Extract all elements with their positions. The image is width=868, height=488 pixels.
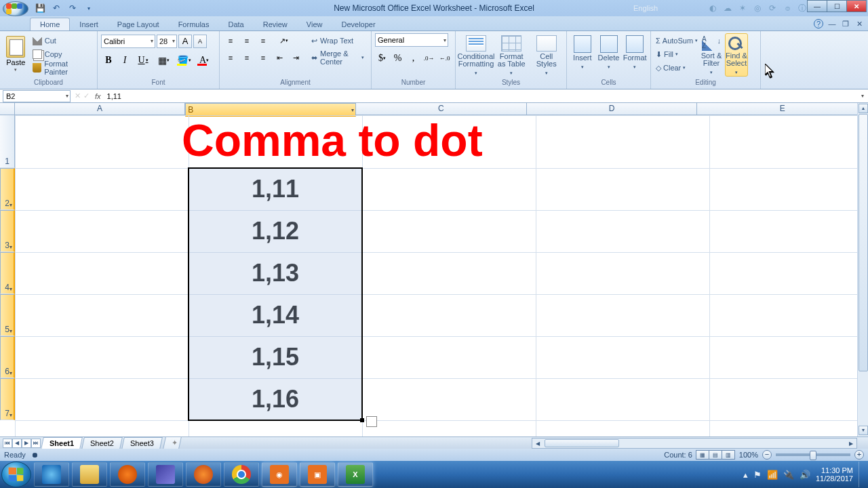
taskbar-firefox[interactable] [186, 462, 221, 487]
maximize-button[interactable]: ☐ [827, 0, 847, 12]
align-bottom-button[interactable]: ≡ [256, 33, 271, 48]
row-header[interactable]: 3 [0, 210, 15, 252]
macro-record-icon[interactable]: ⏺ [31, 451, 39, 459]
paste-button[interactable]: Paste ▾ [3, 33, 28, 77]
start-button[interactable] [1, 462, 31, 487]
decrease-decimal-button[interactable]: ←.0 [437, 51, 452, 66]
orientation-button[interactable]: ↗▾ [276, 33, 291, 48]
enter-formula-icon[interactable]: ✓ [83, 92, 90, 100]
increase-decimal-button[interactable]: .0→ [422, 51, 436, 66]
tab-page-layout[interactable]: Page Layout [108, 18, 169, 30]
new-sheet-button[interactable]: ✦ [163, 436, 182, 449]
currency-button[interactable]: $▾ [375, 51, 389, 66]
help-icon[interactable]: ? [814, 19, 823, 28]
vertical-scrollbar-thumb[interactable] [859, 114, 868, 371]
scroll-left-button[interactable]: ◀ [532, 441, 543, 447]
name-box[interactable]: B2 [3, 90, 71, 102]
row-header[interactable]: 5 [0, 294, 15, 336]
tab-formulas[interactable]: Formulas [169, 18, 219, 30]
bold-button[interactable]: B [101, 53, 116, 68]
close-button[interactable]: ✕ [846, 0, 867, 12]
redo-icon[interactable]: ↷ [66, 2, 79, 14]
row-header[interactable]: 4 [0, 252, 15, 294]
scroll-down-button[interactable]: ▾ [859, 426, 868, 435]
font-size-select[interactable]: 28 [157, 35, 177, 48]
zoom-out-button[interactable]: − [762, 450, 772, 460]
tab-insert[interactable]: Insert [70, 18, 108, 30]
taskbar-recorder-2[interactable]: ▣ [300, 462, 335, 487]
tab-view[interactable]: View [297, 18, 332, 30]
tray-show-hidden-icon[interactable]: ▴ [743, 470, 748, 480]
row-header[interactable]: 7 [0, 378, 15, 420]
underline-button[interactable]: U▾ [134, 53, 153, 68]
grow-font-button[interactable]: A [178, 35, 192, 48]
wrap-text-button[interactable]: ↩Wrap Text [308, 33, 368, 48]
zoom-level[interactable]: 100% [739, 451, 758, 459]
fx-icon[interactable]: fx [95, 92, 101, 100]
taskbar-excel[interactable]: X [338, 462, 373, 487]
select-all-button[interactable] [0, 103, 15, 115]
cancel-formula-icon[interactable]: ✕ [75, 92, 81, 100]
tray-network-icon[interactable]: 📶 [767, 470, 778, 480]
sheet-tab-3[interactable]: Sheet3 [121, 437, 163, 449]
tab-developer[interactable]: Developer [332, 18, 384, 30]
delete-cells-button[interactable]: Delete▾ [597, 33, 621, 77]
tab-review[interactable]: Review [254, 18, 297, 30]
quick-analysis-button[interactable] [366, 416, 377, 427]
format-cells-button[interactable]: Format▾ [623, 33, 647, 77]
save-icon[interactable]: 💾 [34, 2, 46, 14]
decrease-indent-button[interactable]: ⇤ [272, 50, 287, 65]
tab-last-button[interactable]: ⏭ [31, 439, 41, 448]
cut-button[interactable]: Cut [31, 35, 94, 47]
font-name-select[interactable]: Calibri [101, 35, 155, 48]
qat-more-icon[interactable]: ▾ [83, 2, 95, 14]
tray-volume-icon[interactable]: 🔊 [800, 470, 810, 480]
minimize-button[interactable]: — [807, 0, 827, 12]
cell-data[interactable]: 1,14 [189, 294, 362, 336]
format-painter-button[interactable]: Format Painter [31, 62, 94, 74]
doc-close-icon[interactable]: ✕ [854, 19, 864, 28]
increase-indent-button[interactable]: ⇥ [288, 50, 303, 65]
tray-power-icon[interactable]: 🔌 [783, 470, 794, 480]
tab-first-button[interactable]: ⏮ [3, 439, 12, 448]
align-left-button[interactable]: ≡ [223, 50, 238, 65]
column-header[interactable]: E [697, 103, 868, 115]
horizontal-scrollbar[interactable]: ◀ ▶ [532, 438, 857, 449]
taskbar-wmp[interactable] [110, 462, 145, 487]
sort-filter-button[interactable]: AZ↓Sort & Filter▾ [700, 33, 723, 77]
undo-icon[interactable]: ↶ [50, 2, 62, 14]
shrink-font-button[interactable]: A [193, 35, 207, 48]
comma-button[interactable]: , [406, 51, 420, 66]
taskbar-app-1[interactable] [148, 462, 183, 487]
taskbar-recorder-1[interactable]: ◉ [262, 462, 297, 487]
italic-button[interactable]: I [117, 53, 132, 68]
cell-data[interactable]: 1,12 [189, 210, 362, 252]
cell-data[interactable]: 1,13 [189, 252, 362, 294]
row-header[interactable]: 6 [0, 336, 15, 378]
taskbar-explorer[interactable] [72, 462, 107, 487]
align-right-button[interactable]: ≡ [256, 50, 271, 65]
page-layout-view-button[interactable]: ▤ [709, 450, 722, 460]
column-header[interactable]: C [356, 103, 527, 115]
autosum-button[interactable]: ΣAutoSum▾ [654, 35, 698, 47]
normal-view-button[interactable]: ▦ [696, 450, 709, 460]
office-button[interactable] [3, 1, 28, 16]
tray-flag-icon[interactable]: ⚑ [753, 470, 762, 480]
insert-cells-button[interactable]: Insert▾ [570, 33, 595, 77]
formula-input[interactable]: 1,11 [105, 92, 857, 101]
cell-data[interactable]: 1,15 [189, 336, 362, 378]
horizontal-scrollbar-thumb[interactable] [545, 439, 619, 447]
tab-prev-button[interactable]: ◀ [12, 439, 22, 448]
column-header[interactable]: D [527, 103, 698, 115]
zoom-in-button[interactable]: + [854, 450, 864, 460]
sheet-tab-2[interactable]: Sheet2 [81, 437, 123, 449]
cell-styles-button[interactable]: Cell Styles▾ [530, 33, 564, 77]
fill-button[interactable]: ⬇Fill▾ [654, 48, 698, 60]
scroll-right-button[interactable]: ▶ [846, 441, 856, 447]
find-select-button[interactable]: Find & Select▾ [725, 33, 748, 77]
border-button[interactable]: ▦▾ [154, 53, 173, 68]
format-as-table-button[interactable]: Format as Table▾ [495, 33, 528, 77]
row-header[interactable]: 1 [0, 115, 15, 168]
number-format-select[interactable]: General [375, 33, 448, 47]
fill-color-button[interactable]: 🪣▾ [174, 53, 193, 68]
